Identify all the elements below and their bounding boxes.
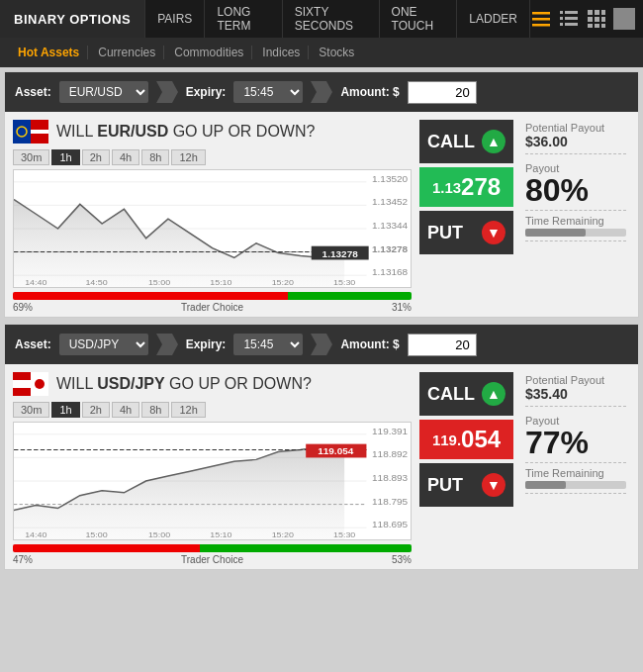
eurusd-expiry-select[interactable]: 15:45 [233,81,303,103]
svg-text:118.795: 118.795 [372,496,408,506]
svg-rect-1 [532,18,550,21]
svg-text:15:00: 15:00 [148,530,171,539]
usdjpy-chart-left: WILL USD/JPY GO UP OR DOWN? 30m 1h 2h 4h… [13,372,412,565]
usdjpy-tf-1h-btn[interactable]: 1h [51,402,79,418]
svg-text:119.054: 119.054 [318,446,354,456]
svg-marker-34 [14,200,344,288]
usdjpy-call-up-icon: ▲ [482,382,505,406]
tf-1h-btn[interactable]: 1h [51,149,79,165]
usdjpy-pct-right: 53% [392,554,412,565]
tf-2h-btn[interactable]: 2h [82,149,110,165]
eurusd-call-up-icon: ▲ [482,130,505,153]
usdjpy-expiry-arrow-icon [311,334,332,355]
tf-8h-btn[interactable]: 8h [141,149,169,165]
usdjpy-tf-12h-btn[interactable]: 12h [171,402,205,418]
eurusd-info-panel: Potential Payout $36.00 Payout 80% Time … [521,120,630,313]
usdjpy-put-button[interactable]: PUT ▼ [419,463,513,507]
eurusd-amount-label: Amount: $ [340,85,399,99]
eurusd-expiry-label: Expiry: [186,85,227,99]
usdjpy-payout-row: Potential Payout $35.40 [525,374,626,407]
svg-rect-20 [13,120,31,144]
svg-text:15:30: 15:30 [333,278,356,287]
svg-marker-44 [156,334,178,355]
usdjpy-asset-label: Asset: [15,337,51,351]
nav-long-term[interactable]: LONG TERM [205,0,282,38]
usdjpy-trader-choice: 47% Trader Choice 53% [13,554,412,565]
usdjpy-tf-2h-btn[interactable]: 2h [82,402,110,418]
usdjpy-call-put: CALL ▲ 119.054 PUT ▼ [419,372,513,565]
svg-rect-9 [588,10,593,15]
svg-marker-18 [156,81,178,103]
eurusd-payout-value: $36.00 [525,134,626,149]
nav-sixty-seconds[interactable]: SIXTY SECONDS [283,0,380,38]
svg-text:15:10: 15:10 [210,278,232,287]
eurusd-payout-label: Potential Payout [525,122,626,134]
eurusd-call-button[interactable]: CALL ▲ [419,120,513,163]
settings-icon[interactable] [613,8,635,30]
eurusd-price-decimal: 278 [461,173,501,201]
svg-marker-19 [311,81,332,103]
svg-text:15:10: 15:10 [210,530,232,539]
eurusd-asset-select[interactable]: EUR/USD [59,81,148,103]
tf-4h-btn[interactable]: 4h [112,149,139,165]
usdjpy-tf-30m-btn[interactable]: 30m [13,402,49,418]
eurusd-amount-input[interactable]: 20 [408,81,477,104]
svg-text:1.13278: 1.13278 [372,243,408,253]
svg-text:14:50: 14:50 [85,278,108,287]
tf-12h-btn[interactable]: 12h [171,149,205,165]
nav-ladder[interactable]: LADDER [457,0,530,38]
usdjpy-pair-title: WILL USD/JPY GO UP OR DOWN? [56,375,312,393]
svg-rect-2 [532,24,550,27]
list-icon[interactable] [558,8,580,30]
svg-rect-11 [601,10,605,15]
subnav-currencies[interactable]: Currencies [90,46,164,59]
eurusd-trader-choice: 69% Trader Choice 31% [13,302,412,313]
eurusd-put-label: PUT [427,223,463,243]
tf-30m-btn[interactable]: 30m [13,149,49,165]
grid-icon[interactable] [586,8,607,30]
svg-text:14:40: 14:40 [25,530,47,539]
subnav-hot-assets[interactable]: Hot Assets [10,46,88,59]
svg-text:15:20: 15:20 [272,530,295,539]
eurusd-put-button[interactable]: PUT ▼ [419,211,513,254]
nav-view-controls [530,8,643,30]
nav-pairs[interactable]: PAIRS [144,0,205,38]
brand-logo: BINARY OPTIONS [0,0,144,38]
usdjpy-asset-select[interactable]: USD/JPY [59,334,148,355]
subnav-commodities[interactable]: Commodities [166,46,252,59]
usdjpy-tf-4h-btn[interactable]: 4h [112,402,139,418]
usdjpy-price-display: 119.054 [419,420,513,459]
svg-text:119.391: 119.391 [372,426,408,435]
usdjpy-price-whole: 119. [432,432,461,448]
subnav-indices[interactable]: Indices [254,46,309,59]
svg-text:1.13520: 1.13520 [372,173,408,183]
eurusd-timeframe-bar: 30m 1h 2h 4h 8h 12h [13,149,412,165]
usdjpy-call-button[interactable]: CALL ▲ [419,372,513,416]
top-navigation: BINARY OPTIONS PAIRS LONG TERM SIXTY SEC… [0,0,643,38]
usdjpy-expiry-select[interactable]: 15:45 [233,334,303,355]
nav-one-touch[interactable]: ONE TOUCH [380,0,458,38]
eurusd-pct-left: 69% [13,302,33,313]
usdjpy-time-bar [525,481,626,489]
usdjpy-tf-8h-btn[interactable]: 8h [141,402,169,418]
usdjpy-amount-input[interactable]: 20 [408,334,477,356]
svg-marker-61 [14,447,344,539]
svg-text:1.13344: 1.13344 [372,221,408,231]
usdjpy-chart: 119.391 118.892 118.893 118.795 118.695 [13,422,412,540]
usdjpy-pct-value: 77% [525,427,626,458]
svg-text:14:40: 14:40 [25,278,47,287]
usdjpy-call-label: CALL [427,384,475,405]
svg-text:15:30: 15:30 [333,530,356,539]
nav-items: PAIRS LONG TERM SIXTY SECONDS ONE TOUCH … [144,0,530,38]
subnav-stocks[interactable]: Stocks [311,46,362,59]
svg-text:118.893: 118.893 [372,473,408,483]
menu-icon[interactable] [530,8,552,30]
usdjpy-pair-header: WILL USD/JPY GO UP OR DOWN? [13,372,412,396]
eurusd-call-label: CALL [427,132,475,152]
usdjpy-info-panel: Potential Payout $35.40 Payout 77% Time … [521,372,630,565]
svg-rect-0 [532,12,550,15]
svg-rect-8 [565,23,578,26]
usdjpy-price-decimal: 054 [461,426,501,453]
svg-text:118.892: 118.892 [372,449,408,459]
eurusd-expiry-arrow-icon [311,81,332,103]
